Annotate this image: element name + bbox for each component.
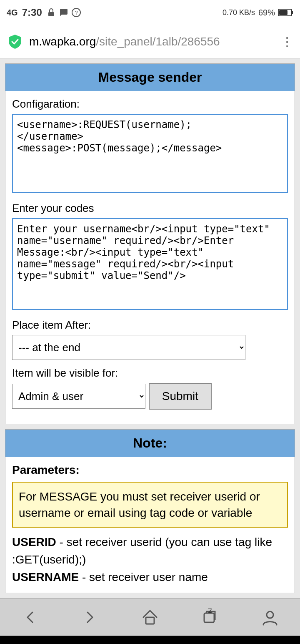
note-card: Note: Parameters: For MESSAGE you must s… <box>5 429 295 593</box>
params-title: Parameters: <box>12 463 288 477</box>
url-path: /site_panel/1alb/286556 <box>96 35 220 48</box>
form-card: Message sender Configaration: <username>… <box>5 63 295 424</box>
svg-rect-0 <box>48 12 54 16</box>
forward-button[interactable] <box>73 605 107 630</box>
network-indicator: 4G <box>7 8 18 18</box>
browser-bar: m.wapka.org/site_panel/1alb/286556 ⋮ <box>0 25 300 58</box>
battery-icon <box>278 8 293 17</box>
bottom-nav: 2 <box>0 598 300 636</box>
android-bar: ☰ △ □ <box>0 636 300 644</box>
battery-percent: 69% <box>258 8 275 18</box>
status-right: 0.70 KB/s 69% <box>222 8 293 18</box>
config-label: Configaration: <box>12 98 288 111</box>
url-display[interactable]: m.wapka.org/site_panel/1alb/286556 <box>29 35 275 48</box>
status-left: 4G 7:30 ? <box>7 7 81 18</box>
tab-count-badge: 2 <box>208 606 212 615</box>
svg-point-8 <box>267 611 273 618</box>
svg-rect-6 <box>146 617 154 624</box>
place-label: Place item After: <box>12 319 288 332</box>
notification-icons: ? <box>46 8 81 18</box>
svg-rect-4 <box>292 11 293 14</box>
profile-button[interactable] <box>253 605 287 630</box>
main-content: Message sender Configaration: <username>… <box>0 58 300 598</box>
shield-icon <box>7 33 23 50</box>
time-display: 7:30 <box>22 7 42 18</box>
note-card-header: Note: <box>5 430 295 457</box>
username-text: - set receiver user name <box>79 571 208 584</box>
note-username-line: USERNAME - set receiver user name <box>12 569 288 586</box>
url-domain: m.wapka.org <box>29 35 96 48</box>
form-body: Configaration: <username>:REQUEST(userna… <box>5 91 295 424</box>
config-textarea[interactable]: <username>:REQUEST(username); </username… <box>12 114 288 193</box>
code-textarea[interactable]: Enter your username<br/><input type="tex… <box>12 218 288 310</box>
form-card-header: Message sender <box>5 64 295 91</box>
more-menu-button[interactable]: ⋮ <box>281 34 293 49</box>
warning-box: For MESSAGE you must set receiver userid… <box>12 482 288 528</box>
note-body: Parameters: For MESSAGE you must set rec… <box>5 457 295 593</box>
place-select[interactable]: --- at the end Before all After item 1 <box>12 335 245 360</box>
tabs-button[interactable]: 2 <box>193 605 227 630</box>
svg-text:?: ? <box>75 10 78 16</box>
data-speed: 0.70 KB/s <box>222 8 255 17</box>
visible-select[interactable]: Admin & user Admin only User only <box>12 384 145 409</box>
svg-rect-5 <box>279 10 288 15</box>
submit-button[interactable]: Submit <box>149 383 212 410</box>
status-bar: 4G 7:30 ? 0.70 KB/s 69% <box>0 0 300 25</box>
note-userid-line: USERID - set receiver userid (you can us… <box>12 533 288 569</box>
visible-label: Item will be visible for: <box>12 367 288 380</box>
code-label: Enter your codes <box>12 202 288 215</box>
back-button[interactable] <box>13 605 47 630</box>
username-bold: USERNAME <box>12 571 79 584</box>
userid-bold: USERID <box>12 536 56 548</box>
home-button[interactable] <box>133 605 167 630</box>
